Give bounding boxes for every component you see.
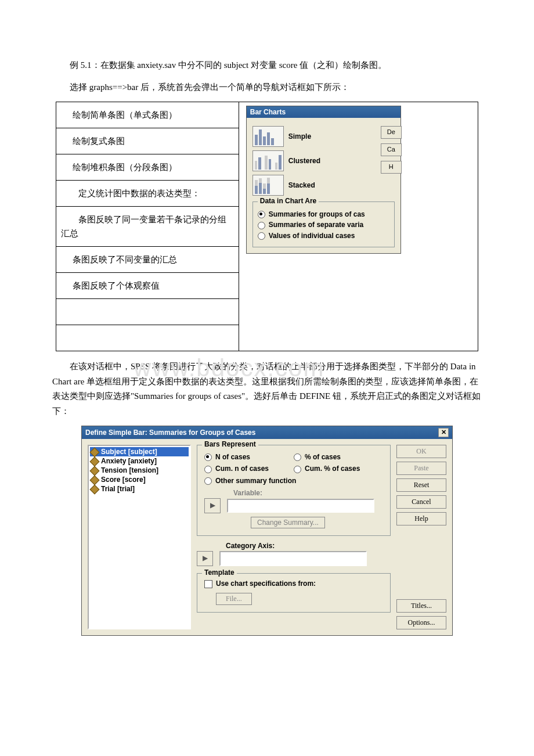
- desc-row: 定义统计图中数据的表达类型：: [56, 181, 239, 207]
- group-title: Bars Represent: [202, 440, 258, 448]
- list-item[interactable]: Trial [trial]: [90, 484, 189, 494]
- help-button[interactable]: H: [381, 161, 402, 174]
- checkbox-label: Use chart specifications from:: [216, 579, 316, 588]
- bars-represent-group: Bars Represent N of cases % of cases Cum…: [197, 445, 391, 536]
- variable-label: Variable:: [233, 489, 383, 497]
- cancel-button[interactable]: Ca: [381, 143, 402, 156]
- category-axis-label: Category Axis:: [226, 542, 391, 550]
- dialog-title: Define Simple Bar: Summaries for Groups …: [85, 429, 255, 437]
- bar-charts-dialog: Bar Charts De Ca H Simple: [246, 106, 401, 254]
- desc-row: 绘制堆积条图（分段条图）: [56, 154, 239, 181]
- option-clustered[interactable]: Clustered: [252, 150, 395, 171]
- data-in-chart-group: Data in Chart Are Summaries for groups o…: [252, 201, 395, 247]
- group-title: Data in Chart Are: [258, 197, 319, 205]
- variable-field[interactable]: [227, 499, 374, 513]
- move-category-button[interactable]: ▶: [197, 551, 213, 566]
- simple-bar-icon: [252, 126, 284, 147]
- paragraph-intro-1: 例 5.1：在数据集 anxiety.sav 中分不同的 subject 对变量…: [52, 58, 482, 73]
- nav-description-table: 绘制简单条图（单式条图） 绘制复式条图 绘制堆积条图（分段条图） 定义统计图中数…: [56, 102, 239, 351]
- figure-bar-charts-nav: 绘制简单条图（单式条图） 绘制复式条图 绘制堆积条图（分段条图） 定义统计图中数…: [56, 102, 478, 351]
- option-simple[interactable]: Simple: [252, 126, 395, 147]
- option-label: Clustered: [288, 157, 320, 165]
- category-axis-field[interactable]: [219, 551, 367, 566]
- cancel-button[interactable]: Cancel: [396, 495, 446, 509]
- ok-button[interactable]: OK: [396, 445, 446, 458]
- dialog-title: Bar Charts: [247, 106, 400, 118]
- template-group: Template Use chart specifications from: …: [197, 573, 391, 613]
- radio-label: N of cases: [215, 453, 250, 461]
- option-label: Stacked: [288, 181, 315, 189]
- desc-row: 条图反映了不同变量的汇总: [56, 247, 239, 273]
- option-label: Simple: [288, 132, 311, 141]
- close-button[interactable]: ✕: [438, 428, 449, 437]
- paragraph-intro-2: 选择 graphs==>bar 后，系统首先会弹出一个简单的导航对话框如下所示：: [52, 80, 482, 95]
- radio-summaries-groups[interactable]: Summaries for groups of cas: [258, 210, 389, 218]
- desc-row: 条图反映了个体观察值: [56, 273, 239, 299]
- radio-cum-pct[interactable]: Cum. % of cases: [294, 465, 383, 473]
- help-button[interactable]: Help: [396, 512, 446, 525]
- list-item[interactable]: Anxiety [anxiety]: [90, 456, 189, 466]
- radio-label: Cum. % of cases: [305, 465, 360, 473]
- radio-n-of-cases[interactable]: N of cases: [204, 453, 294, 461]
- radio-summaries-vars[interactable]: Summaries of separate varia: [258, 221, 389, 229]
- radio-label: % of cases: [305, 453, 341, 461]
- radio-label: Values of individual cases: [269, 232, 355, 240]
- reset-button[interactable]: Reset: [396, 478, 446, 492]
- desc-row: 绘制复式条图: [56, 128, 239, 154]
- desc-row: 条图反映了同一变量若干条记录的分组汇总: [56, 207, 239, 247]
- options-button[interactable]: Options...: [396, 616, 446, 629]
- move-variable-button[interactable]: ▶: [204, 498, 221, 513]
- desc-row-empty: [56, 325, 239, 351]
- radio-cum-n[interactable]: Cum. n of cases: [204, 465, 294, 473]
- var-label: Score [score]: [101, 476, 146, 484]
- var-label: Subject [subject]: [101, 448, 157, 456]
- define-button[interactable]: De: [381, 126, 402, 139]
- use-chart-spec-checkbox[interactable]: Use chart specifications from:: [204, 579, 383, 588]
- radio-other-summary[interactable]: Other summary function: [204, 477, 383, 485]
- file-button[interactable]: File...: [216, 593, 252, 605]
- radio-pct-of-cases[interactable]: % of cases: [294, 453, 383, 461]
- radio-label: Summaries of separate varia: [269, 221, 363, 229]
- list-item[interactable]: Score [score]: [90, 475, 189, 484]
- radio-label: Cum. n of cases: [215, 465, 269, 473]
- radio-label: Other summary function: [215, 477, 296, 485]
- radio-label: Summaries for groups of cas: [269, 210, 365, 218]
- var-label: Tension [tension]: [101, 466, 158, 474]
- group-title: Template: [202, 568, 237, 577]
- variable-list[interactable]: Subject [subject] Anxiety [anxiety] Tens…: [88, 445, 191, 629]
- desc-row: 绘制简单条图（单式条图）: [56, 102, 239, 128]
- radio-individual-cases[interactable]: Values of individual cases: [258, 232, 389, 240]
- var-label: Anxiety [anxiety]: [101, 457, 157, 465]
- define-simple-bar-dialog: Define Simple Bar: Summaries for Groups …: [81, 426, 453, 636]
- clustered-bar-icon: [252, 150, 284, 171]
- change-summary-button[interactable]: Change Summary...: [251, 517, 325, 528]
- desc-row-empty: [56, 299, 239, 325]
- titles-button[interactable]: Titles...: [396, 599, 446, 613]
- list-item[interactable]: Subject [subject]: [90, 447, 189, 456]
- stacked-bar-icon: [252, 175, 284, 196]
- option-stacked[interactable]: Stacked: [252, 175, 395, 196]
- list-item[interactable]: Tension [tension]: [90, 466, 189, 475]
- var-label: Trial [trial]: [101, 485, 135, 493]
- paste-button[interactable]: Paste: [396, 462, 446, 475]
- paragraph-mid: 在该对话框中，SPSS 将条图进行了大致的分类，对话框的上半部分用于选择条图类型…: [52, 359, 482, 419]
